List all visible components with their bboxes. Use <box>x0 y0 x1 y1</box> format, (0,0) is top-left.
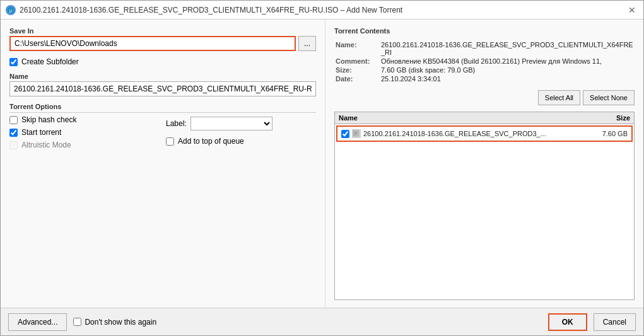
altruistic-checkbox[interactable] <box>9 141 18 149</box>
info-size-value: 7.60 GB (disk space: 79.0 GB) <box>381 66 633 74</box>
svg-rect-4 <box>354 133 357 134</box>
dialog: µ 26100.2161.241018-1636.GE_RELEASE_SVC_… <box>0 0 644 336</box>
torrent-name-input[interactable] <box>9 81 316 96</box>
label-row: Label: <box>166 117 316 130</box>
left-panel: Save In ... Create Subfolder Name Torren… <box>1 20 325 308</box>
dont-show-checkbox[interactable] <box>73 318 81 326</box>
info-comment-key: Comment: <box>336 57 380 65</box>
label-label: Label: <box>166 119 187 128</box>
info-date-value: 25.10.2024 3:34:01 <box>381 75 633 83</box>
info-name-row: Name: 26100.2161.241018-1636.GE_RELEASE_… <box>336 41 633 56</box>
file-list-name-col: Name <box>339 114 586 122</box>
name-label: Name <box>9 72 316 80</box>
file-list-size-col: Size <box>586 114 630 122</box>
add-to-top-label: Add to top of queue <box>178 137 244 146</box>
create-subfolder-label: Create Subfolder <box>21 57 79 66</box>
start-torrent-checkbox[interactable] <box>9 129 18 137</box>
altruistic-label: Altruistic Mode <box>21 141 71 149</box>
skip-hash-row: Skip hash check <box>9 115 160 124</box>
torrent-options-section: Torrent Options Skip hash check Start to… <box>9 103 316 149</box>
info-size-row: Size: 7.60 GB (disk space: 79.0 GB) <box>336 66 633 74</box>
skip-hash-checkbox[interactable] <box>9 116 18 124</box>
file-list: Name Size 26100.2161.241018-1636.GE_RELE… <box>334 112 635 300</box>
save-in-section: Save In ... <box>9 27 316 51</box>
info-date-row: Date: 25.10.2024 3:34:01 <box>336 75 633 83</box>
advanced-button[interactable]: Advanced... <box>8 313 67 331</box>
close-button[interactable]: ✕ <box>626 4 638 16</box>
create-subfolder-row: Create Subfolder <box>9 57 316 66</box>
svg-text:µ: µ <box>9 8 12 13</box>
info-name-key: Name: <box>336 41 380 56</box>
save-in-label: Save In <box>9 27 316 35</box>
title-bar-left: µ 26100.2161.241018-1636.GE_RELEASE_SVC_… <box>6 5 402 15</box>
path-row: ... <box>9 36 316 51</box>
file-list-item: 26100.2161.241018-1636.GE_RELEASE_SVC_PR… <box>336 125 633 142</box>
cancel-button[interactable]: Cancel <box>594 313 636 331</box>
torrent-contents-label: Torrent Contents <box>334 27 635 35</box>
altruistic-row: Altruistic Mode <box>9 141 160 149</box>
info-comment-value: Обновление KB5044384 (Build 26100.2161) … <box>381 57 633 65</box>
label-select[interactable] <box>190 117 272 130</box>
title-bar: µ 26100.2161.241018-1636.GE_RELEASE_SVC_… <box>1 1 643 20</box>
options-col2: Label: Add to top of queue <box>166 115 316 149</box>
options-col1: Skip hash check Start torrent Altruistic… <box>9 115 160 149</box>
svg-rect-5 <box>354 134 356 135</box>
name-section: Name <box>9 72 316 96</box>
dont-show-row: Don't show this again <box>73 318 156 327</box>
select-buttons-row: Select All Select None <box>334 90 635 105</box>
options-grid: Skip hash check Start torrent Altruistic… <box>9 115 316 149</box>
info-size-key: Size: <box>336 66 380 74</box>
torrent-options-label: Torrent Options <box>9 103 316 113</box>
app-icon: µ <box>6 5 16 15</box>
start-torrent-label: Start torrent <box>21 128 61 137</box>
add-to-top-checkbox[interactable] <box>166 137 174 146</box>
dialog-body: Save In ... Create Subfolder Name Torren… <box>1 20 643 308</box>
file-list-header: Name Size <box>335 112 634 124</box>
right-panel: Torrent Contents Name: 26100.2161.241018… <box>325 20 643 308</box>
svg-rect-3 <box>354 132 357 132</box>
ok-button[interactable]: OK <box>548 313 587 331</box>
browse-button[interactable]: ... <box>298 36 316 51</box>
select-all-button[interactable]: Select All <box>538 90 580 105</box>
create-subfolder-checkbox[interactable] <box>9 58 18 66</box>
info-comment-row: Comment: Обновление KB5044384 (Build 261… <box>336 57 633 65</box>
dont-show-label: Don't show this again <box>85 318 156 327</box>
info-name-value: 26100.2161.241018-1636.GE_RELEASE_SVC_PR… <box>381 41 633 56</box>
skip-hash-label: Skip hash check <box>21 115 76 124</box>
file-checkbox[interactable] <box>341 130 349 138</box>
dialog-title: 26100.2161.241018-1636.GE_RELEASE_SVC_PR… <box>20 6 402 14</box>
bottom-bar: Advanced... Don't show this again OK Can… <box>1 308 643 335</box>
add-to-top-row: Add to top of queue <box>166 137 316 146</box>
file-name: 26100.2161.241018-1636.GE_RELEASE_SVC_PR… <box>363 130 590 137</box>
info-date-key: Date: <box>336 75 380 83</box>
start-torrent-row: Start torrent <box>9 128 160 137</box>
file-icon <box>352 129 361 138</box>
torrent-info-table: Name: 26100.2161.241018-1636.GE_RELEASE_… <box>334 40 635 84</box>
file-size: 7.60 GB <box>590 130 628 137</box>
select-none-button[interactable]: Select None <box>583 90 635 105</box>
save-path-input[interactable] <box>9 36 296 51</box>
